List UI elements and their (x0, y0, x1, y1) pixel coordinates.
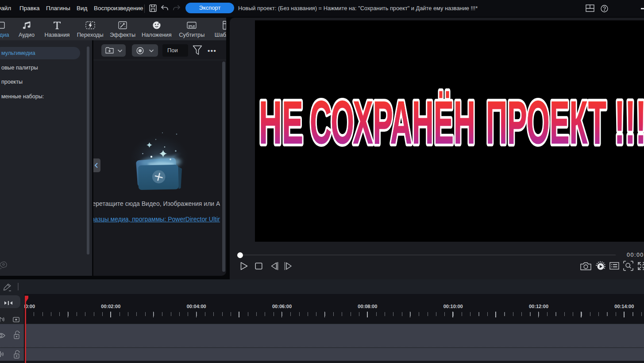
svg-text:НЕСОХРАНЁНПРОЕКТ!!!: НЕСОХРАНЁНПРОЕКТ!!! (259, 89, 644, 156)
